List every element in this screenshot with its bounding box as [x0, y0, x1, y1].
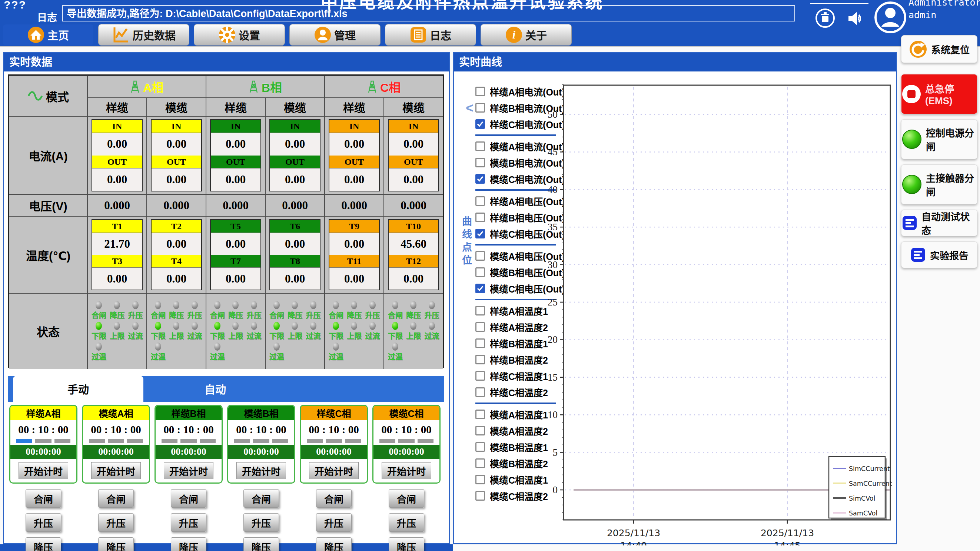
- checkbox-icon[interactable]: [476, 267, 485, 277]
- spinner-segment[interactable]: [326, 439, 342, 443]
- time-spinner[interactable]: [83, 439, 149, 443]
- control-power-open-button[interactable]: 控制电源分闸: [901, 119, 977, 159]
- checkbox-icon[interactable]: [476, 338, 485, 348]
- lower-voltage-button[interactable]: 降压: [25, 537, 61, 551]
- spinner-segment[interactable]: [89, 439, 105, 443]
- spinner-segment[interactable]: [307, 439, 323, 443]
- spinner-segment[interactable]: [16, 439, 32, 443]
- start-timer-button[interactable]: 开始计时: [19, 462, 68, 479]
- home-icon: [27, 26, 45, 43]
- checkbox-icon[interactable]: [476, 196, 485, 206]
- tab-auto-mode[interactable]: 自动: [175, 376, 256, 402]
- spinner-segment[interactable]: [108, 439, 124, 443]
- checkbox-icon[interactable]: [476, 141, 485, 151]
- start-timer-button[interactable]: 开始计时: [91, 462, 141, 479]
- checkbox-icon[interactable]: [476, 119, 485, 129]
- checkbox-icon[interactable]: [476, 229, 485, 238]
- tab-log[interactable]: 日志: [385, 24, 476, 45]
- lower-voltage-button[interactable]: 降压: [316, 537, 352, 551]
- time-spinner[interactable]: [10, 439, 76, 443]
- checkbox-icon[interactable]: [476, 410, 485, 419]
- close-breaker-button[interactable]: 合闸: [316, 489, 352, 508]
- trash-icon[interactable]: [815, 8, 835, 28]
- checkbox-icon[interactable]: [476, 355, 485, 364]
- collapse-arrow[interactable]: <: [466, 100, 474, 116]
- spinner-segment[interactable]: [418, 439, 433, 443]
- time-setter[interactable]: 00 : 10 : 00: [301, 420, 367, 439]
- checkbox-icon[interactable]: [476, 491, 485, 501]
- emergency-stop-button[interactable]: 总急停(EMS): [901, 74, 977, 114]
- raise-voltage-button[interactable]: 升压: [171, 513, 206, 532]
- checkbox-icon[interactable]: [476, 158, 485, 167]
- checkbox-icon[interactable]: [476, 251, 485, 261]
- spinner-segment[interactable]: [398, 439, 414, 443]
- checkbox-icon[interactable]: [476, 103, 485, 113]
- time-spinner[interactable]: [374, 439, 439, 443]
- main-contactor-open-button[interactable]: 主接触器分闸: [901, 164, 977, 205]
- checkbox-icon[interactable]: [476, 459, 485, 468]
- close-breaker-button[interactable]: 合闸: [243, 489, 279, 508]
- close-breaker-button[interactable]: 合闸: [389, 489, 424, 508]
- time-spinner[interactable]: [156, 439, 221, 443]
- tab-manual-mode[interactable]: 手动: [13, 376, 143, 402]
- raise-voltage-button[interactable]: 升压: [98, 513, 134, 532]
- checkbox-icon[interactable]: [476, 87, 485, 96]
- speaker-icon[interactable]: [845, 9, 865, 28]
- spinner-segment[interactable]: [253, 439, 269, 443]
- spinner-segment[interactable]: [127, 439, 143, 443]
- lower-voltage-button[interactable]: 降压: [171, 537, 206, 551]
- checkbox-icon[interactable]: [476, 442, 485, 452]
- time-setter[interactable]: 00 : 10 : 00: [10, 420, 76, 439]
- auto-test-status-button[interactable]: 自动测试状态: [901, 210, 977, 236]
- raise-voltage-button[interactable]: 升压: [316, 513, 352, 532]
- tab-about[interactable]: i关于: [481, 24, 571, 45]
- time-spinner[interactable]: [301, 439, 367, 443]
- spinner-segment[interactable]: [54, 439, 70, 443]
- spinner-segment[interactable]: [379, 439, 395, 443]
- system-reset-button[interactable]: 系统复位: [901, 35, 977, 63]
- start-timer-button[interactable]: 开始计时: [309, 462, 359, 479]
- lower-voltage-button[interactable]: 降压: [389, 537, 424, 551]
- close-breaker-button[interactable]: 合闸: [25, 489, 61, 508]
- tab-settings[interactable]: 设置: [194, 24, 285, 45]
- start-timer-button[interactable]: 开始计时: [164, 462, 213, 479]
- tab-management[interactable]: 管理: [290, 24, 380, 45]
- time-setter[interactable]: 00 : 10 : 00: [83, 420, 149, 439]
- start-timer-button[interactable]: 开始计时: [382, 462, 431, 479]
- time-setter[interactable]: 00 : 10 : 00: [374, 420, 439, 439]
- checkbox-icon[interactable]: [476, 322, 485, 332]
- test-report-button[interactable]: 实验报告: [901, 241, 977, 268]
- spinner-segment[interactable]: [234, 439, 250, 443]
- spinner-segment[interactable]: [200, 439, 216, 443]
- raise-voltage-button[interactable]: 升压: [243, 513, 279, 532]
- lower-voltage-button[interactable]: 降压: [243, 537, 279, 551]
- reset-icon: [909, 40, 928, 59]
- start-timer-button[interactable]: 开始计时: [236, 462, 286, 479]
- raise-voltage-button[interactable]: 升压: [389, 513, 424, 532]
- close-breaker-button[interactable]: 合闸: [98, 489, 134, 508]
- sensor-band: T12: [389, 255, 438, 268]
- spinner-segment[interactable]: [345, 439, 361, 443]
- checkbox-icon[interactable]: [476, 213, 485, 222]
- avatar[interactable]: [874, 2, 906, 33]
- tab-history[interactable]: 历史数据: [99, 24, 189, 45]
- time-setter[interactable]: 00 : 10 : 00: [156, 420, 221, 439]
- time-spinner[interactable]: [228, 439, 294, 443]
- checkbox-icon[interactable]: [476, 387, 485, 397]
- status-led-label: 合闸: [92, 310, 107, 320]
- close-breaker-button[interactable]: 合闸: [171, 489, 206, 508]
- checkbox-icon[interactable]: [476, 426, 485, 435]
- spinner-segment[interactable]: [35, 439, 51, 443]
- lower-voltage-button[interactable]: 降压: [98, 537, 134, 551]
- spinner-segment[interactable]: [272, 439, 288, 443]
- spinner-segment[interactable]: [180, 439, 196, 443]
- time-setter[interactable]: 00 : 10 : 00: [228, 420, 294, 439]
- checkbox-icon[interactable]: [476, 174, 485, 184]
- tab-home[interactable]: 主页: [3, 24, 93, 45]
- checkbox-icon[interactable]: [476, 306, 485, 316]
- spinner-segment[interactable]: [162, 439, 178, 443]
- raise-voltage-button[interactable]: 升压: [25, 513, 61, 532]
- checkbox-icon[interactable]: [476, 475, 485, 484]
- checkbox-icon[interactable]: [476, 371, 485, 381]
- checkbox-icon[interactable]: [476, 284, 485, 293]
